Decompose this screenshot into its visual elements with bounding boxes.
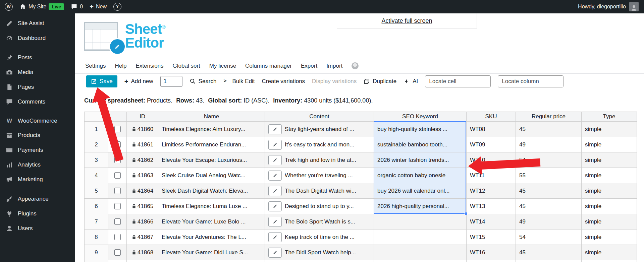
duplicate-button[interactable]: Duplicate [364, 78, 396, 85]
row-checkbox[interactable] [114, 203, 121, 209]
column-header-name[interactable]: Name [158, 112, 265, 122]
menu-item-columns-manager[interactable]: Columns manager [245, 63, 292, 69]
cell-sku[interactable]: WT13 [467, 199, 516, 214]
create-variations-button[interactable]: Create variations [262, 78, 305, 85]
search-button[interactable]: Search [190, 78, 217, 85]
cell-regular-price[interactable]: 45 [516, 199, 582, 214]
row-number[interactable]: 5 [85, 183, 108, 199]
cell-regular-price[interactable]: 54 [516, 230, 582, 245]
edit-content-button[interactable] [268, 201, 282, 211]
menu-item-import[interactable]: Import [326, 63, 342, 69]
yoast-icon[interactable]: Y [113, 3, 121, 11]
cell-type[interactable]: simple [582, 122, 637, 137]
cell-type[interactable]: simple [582, 168, 637, 183]
cell-id[interactable]: 41868 [127, 245, 158, 260]
cell-content[interactable]: Keep track of time on the ... [265, 230, 374, 245]
column-header-type[interactable]: Type [582, 112, 637, 122]
cell-id[interactable]: 41865 [127, 199, 158, 214]
cell-regular-price[interactable]: 45 [516, 245, 582, 260]
sidebar-item-payments[interactable]: Payments [0, 143, 75, 157]
cell-name[interactable]: Sleek Dash Digital Watch: Eleva... [158, 183, 265, 199]
sidebar-item-posts[interactable]: Posts [0, 50, 75, 65]
cell-name[interactable]: Elevate Your Escape: Luxurious... [158, 152, 265, 168]
row-checkbox[interactable] [114, 188, 121, 194]
column-header-seo-keyword[interactable]: SEO Keyword [374, 112, 467, 122]
row-number[interactable]: 3 [85, 152, 108, 168]
cell-sku[interactable]: WT12 [467, 183, 516, 199]
menu-item-export[interactable]: Export [301, 63, 317, 69]
cell-name[interactable]: Timeless Elegance: Aim Luxury... [158, 122, 265, 137]
row-number[interactable]: 6 [85, 199, 108, 214]
cell-name[interactable]: Elevate Your Adventures: The L... [158, 230, 265, 245]
cell-regular-price[interactable]: 45 [516, 122, 582, 137]
edit-content-button[interactable] [268, 171, 282, 181]
cell-content[interactable]: Whether you're traveling ... [265, 168, 374, 183]
column-header-id[interactable]: ID [127, 112, 158, 122]
cell-type[interactable]: simple [582, 214, 637, 230]
row-number[interactable]: 2 [85, 137, 108, 152]
cell-name[interactable]: Limitless Performance Enduran... [158, 137, 265, 152]
admin-bar-new[interactable]: + New [90, 3, 107, 10]
cell-sku[interactable]: WT09 [467, 137, 516, 152]
add-new-button[interactable]: + Add new [124, 78, 153, 85]
cell-name[interactable]: Timeless Elegance: Luma Luxe ... [158, 199, 265, 214]
row-checkbox[interactable] [114, 141, 121, 148]
cell-sku[interactable]: WT15 [467, 230, 516, 245]
cell-id[interactable]: 41866 [127, 214, 158, 230]
sidebar-item-dashboard[interactable]: Dashboard [0, 31, 75, 46]
cell-seo-keyword[interactable] [374, 230, 467, 245]
cell-name[interactable]: Sleek Cruise Dual Analog Watc... [158, 168, 265, 183]
cell-type[interactable]: simple [582, 183, 637, 199]
cell-id[interactable]: 41861 [127, 137, 158, 152]
cell-sku[interactable]: WT11 [467, 168, 516, 183]
cell-name[interactable]: Elevate Your Game: Didi Luxe S... [158, 245, 265, 260]
sidebar-item-plugins[interactable]: Plugins [0, 206, 75, 221]
activate-fullscreen-link[interactable]: Activate full screen [381, 17, 432, 24]
cell-seo-keyword[interactable] [374, 214, 467, 230]
cell-id[interactable]: 41863 [127, 168, 158, 183]
row-number[interactable]: 9 [85, 245, 108, 260]
row-number[interactable]: 8 [85, 230, 108, 245]
row-checkbox[interactable] [114, 249, 121, 256]
sidebar-item-comments[interactable]: Comments [0, 94, 75, 109]
menu-item-my-license[interactable]: My license [209, 63, 236, 69]
cell-seo-keyword[interactable]: buy high-quality stainless ... [374, 122, 467, 137]
locate-column-input[interactable] [498, 75, 564, 87]
cell-name[interactable]: Elevate Your Game: Luxe Bolo ... [158, 214, 265, 230]
cell-id[interactable]: 41860 [127, 122, 158, 137]
cell-regular-price[interactable]: 49 [516, 214, 582, 230]
cell-type[interactable]: simple [582, 199, 637, 214]
ai-button[interactable]: AI [404, 78, 418, 85]
menu-item-settings[interactable]: Settings [85, 63, 106, 69]
cell-sku[interactable]: WT16 [467, 245, 516, 260]
cell-seo-keyword[interactable] [374, 245, 467, 260]
edit-content-button[interactable] [268, 217, 282, 227]
cell-id[interactable]: 41867 [127, 230, 158, 245]
locate-cell-input[interactable] [425, 75, 491, 87]
cell-content[interactable]: It's easy to track and mon... [265, 137, 374, 152]
column-header-regular-price[interactable]: Regular price [516, 112, 582, 122]
row-number[interactable]: 7 [85, 214, 108, 230]
cell-type[interactable]: simple [582, 152, 637, 168]
save-button[interactable]: Save [86, 75, 117, 87]
admin-bar-comments[interactable]: 0 [71, 3, 83, 10]
cell-regular-price[interactable]: 49 [516, 137, 582, 152]
cell-content[interactable]: Stay light-years ahead of ... [265, 122, 374, 137]
cell-id[interactable]: 41864 [127, 183, 158, 199]
sidebar-item-media[interactable]: Media [0, 65, 75, 80]
edit-content-button[interactable] [268, 124, 282, 134]
cell-regular-price[interactable]: 54 [516, 152, 582, 168]
cell-content[interactable]: Trek high and low in the at... [265, 152, 374, 168]
cell-seo-keyword[interactable]: sustainable bamboo tooth... [374, 137, 467, 152]
cell-type[interactable]: simple [582, 230, 637, 245]
howdy-text[interactable]: Howdy, diegoportillo [578, 4, 626, 10]
cell-type[interactable]: simple [582, 137, 637, 152]
menu-item-global-sort[interactable]: Global sort [173, 63, 200, 69]
cell-sku[interactable]: WT14 [467, 214, 516, 230]
cell-seo-keyword[interactable]: buy 2026 wall calendar onl... [374, 183, 467, 199]
fill-handle[interactable] [465, 212, 468, 215]
cell-seo-keyword[interactable]: 2026 winter fashion trends... [374, 152, 467, 168]
row-checkbox[interactable] [114, 157, 121, 163]
sidebar-item-products[interactable]: Products [0, 128, 75, 143]
cell-id[interactable]: 41862 [127, 152, 158, 168]
